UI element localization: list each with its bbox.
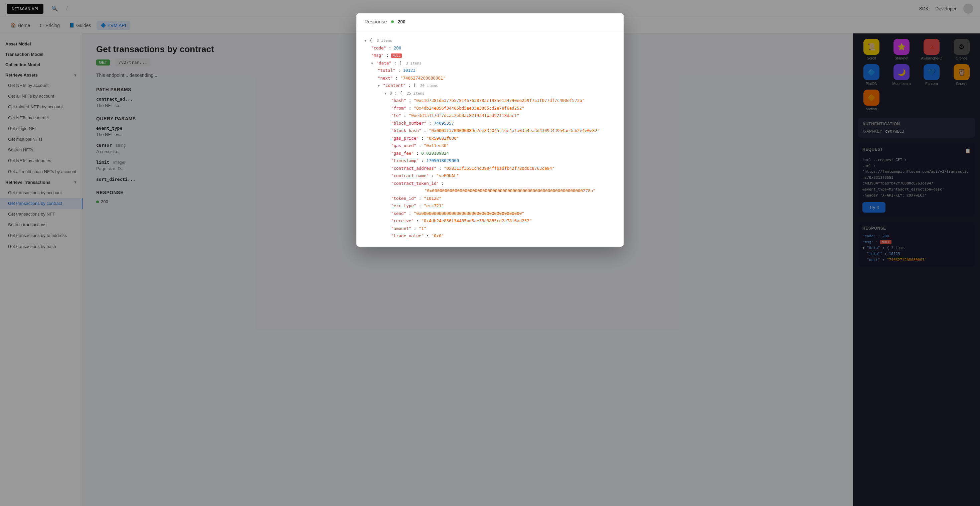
modal-title: Response [364, 19, 387, 24]
json-block-hash: "block_hash" : "0x0003f3700000089e7ee834… [364, 127, 616, 135]
json-total: "total" : 10123 [364, 67, 616, 75]
json-receive: "receive" : "0x4db24e856f34485bd5ae33e38… [364, 217, 616, 225]
json-content: ▼ "content" : [ 20 items [364, 82, 616, 89]
collapse-data[interactable]: ▼ [371, 61, 373, 67]
json-next: "next" : "7406274200080001" [364, 75, 616, 82]
modal-header: Response 200 [356, 13, 624, 30]
modal-status-dot [391, 21, 394, 23]
json-contract-address: "contract_address" : "0x8313f3551c4d3984… [364, 165, 616, 172]
json-gas-fee: "gas_fee" : 0.028189824 [364, 150, 616, 157]
json-trade-value: "trade_value" : "0x0" [364, 232, 616, 240]
json-code: "code" : 200 [364, 45, 616, 52]
json-from: "from" : "0x4db24e856f34485bd5ae33e3885c… [364, 105, 616, 112]
modal-overlay[interactable]: Response 200 ▼ { 3 items "code" : 200 "m… [0, 0, 980, 506]
response-modal: Response 200 ▼ { 3 items "code" : 200 "m… [356, 13, 624, 247]
modal-body: ▼ { 3 items "code" : 200 "msg" : NULL ▼ … [356, 30, 624, 247]
json-root: ▼ { 3 items [364, 37, 616, 45]
json-contract-name: "contract_name" : "veEQUAL" [364, 172, 616, 180]
modal-status-code: 200 [398, 19, 406, 24]
collapse-root[interactable]: ▼ [364, 38, 366, 44]
json-token-id: "token_id" : "10122" [364, 195, 616, 203]
collapse-item-0[interactable]: ▼ [385, 91, 387, 97]
json-timestamp: "timestamp" : 1705018029000 [364, 157, 616, 165]
json-data: ▼ "data" : { 3 items [364, 59, 616, 67]
json-hash: "hash" : "0xc1d7381d5377b578146763878ac1… [364, 97, 616, 105]
json-send: "send" : "0x0000000000000000000000000000… [364, 210, 616, 217]
json-amount: "amount" : "1" [364, 225, 616, 233]
json-gas-used: "gas_used" : "0x11ec30" [364, 142, 616, 150]
json-to: "to" : "0xe3d1a117df7dcac2eb0ac8219341ba… [364, 112, 616, 120]
json-item-0: ▼ 0 : { 25 items [364, 89, 616, 97]
collapse-content[interactable]: ▼ [378, 83, 380, 89]
json-block-number: "block_number" : 74095357 [364, 120, 616, 127]
json-contract-token-id: "contract_token_id" : "0x000000000000000… [364, 180, 616, 195]
json-msg: "msg" : NULL [364, 52, 616, 59]
json-erc-type: "erc_type" : "erc721" [364, 202, 616, 210]
json-gas-price: "gas_price" : "0x59682f000" [364, 135, 616, 142]
